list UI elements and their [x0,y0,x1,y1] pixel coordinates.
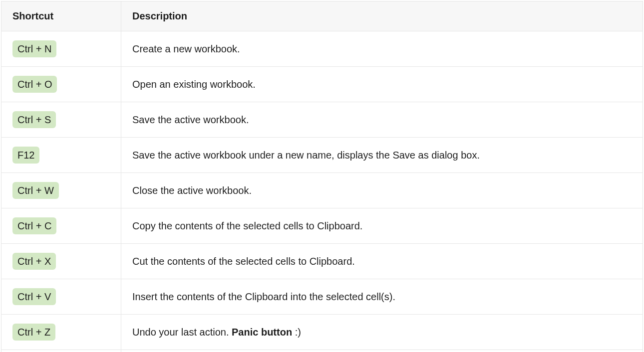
description-text-post: :) [292,327,301,338]
description-cell: Save the active workbook under a new nam… [121,138,643,173]
table-row: Ctrl + S Save the active workbook. [1,102,643,138]
table-row: Ctrl + O Open an existing workbook. [1,67,643,102]
table-row: F12 Save the active workbook under a new… [1,138,643,173]
description-text-pre: Undo your last action. [132,327,232,338]
table-row: Ctrl + P Open the "Print" dialog. [1,350,643,352]
shortcut-cell: Ctrl + V [1,279,121,315]
description-cell: Open an existing workbook. [121,67,643,102]
description-text-bold: Panic button [232,327,292,338]
shortcut-key-badge: Ctrl + N [12,40,56,57]
shortcut-cell: Ctrl + N [1,31,121,67]
shortcut-key-badge: Ctrl + S [12,111,56,128]
shortcut-cell: Ctrl + O [1,67,121,102]
description-cell: Close the active workbook. [121,173,643,208]
shortcut-cell: Ctrl + C [1,208,121,244]
shortcut-cell: F12 [1,138,121,173]
description-cell: Cut the contents of the selected cells t… [121,244,643,279]
shortcut-cell: Ctrl + P [1,350,121,352]
table-row: Ctrl + Z Undo your last action. Panic bu… [1,315,643,350]
table-row: Ctrl + N Create a new workbook. [1,31,643,67]
table-row: Ctrl + C Copy the contents of the select… [1,208,643,244]
description-cell: Save the active workbook. [121,102,643,138]
description-cell: Open the "Print" dialog. [121,350,643,352]
shortcut-key-badge: Ctrl + X [12,253,56,270]
shortcut-cell: Ctrl + W [1,173,121,208]
shortcut-key-badge: Ctrl + O [12,76,57,93]
description-cell: Insert the contents of the Clipboard int… [121,279,643,315]
table-header-row: Shortcut Description [1,1,643,31]
description-cell: Copy the contents of the selected cells … [121,208,643,244]
description-cell: Undo your last action. Panic button :) [121,315,643,350]
header-description: Description [121,1,643,31]
shortcut-cell: Ctrl + X [1,244,121,279]
shortcut-cell: Ctrl + S [1,102,121,138]
description-cell: Create a new workbook. [121,31,643,67]
shortcut-key-badge: F12 [12,147,39,164]
shortcut-key-badge: Ctrl + V [12,288,56,305]
shortcut-key-badge: Ctrl + Z [12,324,55,341]
table-row: Ctrl + V Insert the contents of the Clip… [1,279,643,315]
shortcuts-table: Shortcut Description Ctrl + N Create a n… [1,1,643,352]
shortcut-key-badge: Ctrl + C [12,217,56,234]
header-shortcut: Shortcut [1,1,121,31]
table-row: Ctrl + X Cut the contents of the selecte… [1,244,643,279]
shortcut-key-badge: Ctrl + W [12,182,59,199]
shortcut-cell: Ctrl + Z [1,315,121,350]
table-row: Ctrl + W Close the active workbook. [1,173,643,208]
